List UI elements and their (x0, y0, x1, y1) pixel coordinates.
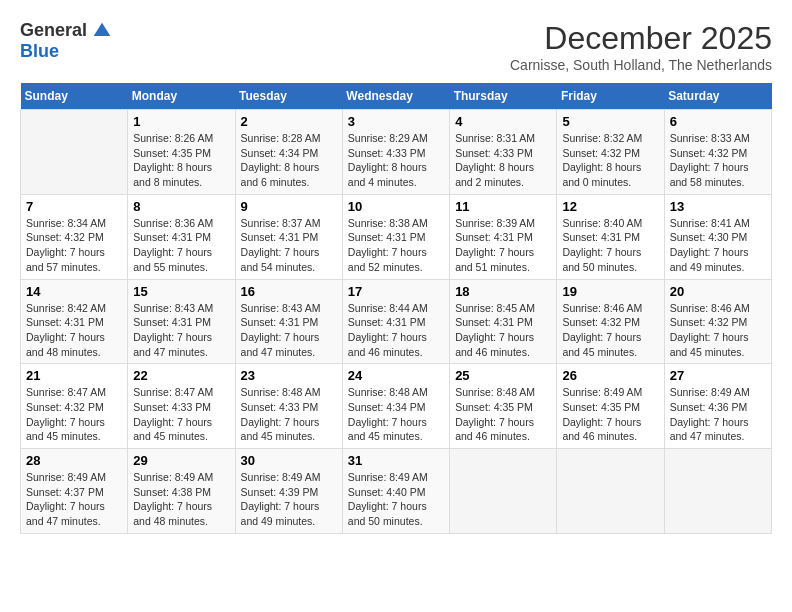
calendar-cell: 15Sunrise: 8:43 AMSunset: 4:31 PMDayligh… (128, 279, 235, 364)
day-number: 30 (241, 453, 337, 468)
day-number: 16 (241, 284, 337, 299)
day-number: 24 (348, 368, 444, 383)
day-number: 19 (562, 284, 658, 299)
day-number: 11 (455, 199, 551, 214)
calendar-cell: 18Sunrise: 8:45 AMSunset: 4:31 PMDayligh… (450, 279, 557, 364)
calendar-cell: 22Sunrise: 8:47 AMSunset: 4:33 PMDayligh… (128, 364, 235, 449)
calendar-week-3: 14Sunrise: 8:42 AMSunset: 4:31 PMDayligh… (21, 279, 772, 364)
day-number: 23 (241, 368, 337, 383)
calendar-cell (21, 110, 128, 195)
day-number: 3 (348, 114, 444, 129)
calendar-cell: 31Sunrise: 8:49 AMSunset: 4:40 PMDayligh… (342, 449, 449, 534)
calendar-cell: 9Sunrise: 8:37 AMSunset: 4:31 PMDaylight… (235, 194, 342, 279)
calendar-week-4: 21Sunrise: 8:47 AMSunset: 4:32 PMDayligh… (21, 364, 772, 449)
day-info: Sunrise: 8:48 AMSunset: 4:35 PMDaylight:… (455, 385, 551, 444)
calendar-cell: 10Sunrise: 8:38 AMSunset: 4:31 PMDayligh… (342, 194, 449, 279)
day-info: Sunrise: 8:49 AMSunset: 4:39 PMDaylight:… (241, 470, 337, 529)
logo-icon (92, 21, 112, 41)
day-number: 13 (670, 199, 766, 214)
day-info: Sunrise: 8:48 AMSunset: 4:33 PMDaylight:… (241, 385, 337, 444)
calendar-cell: 30Sunrise: 8:49 AMSunset: 4:39 PMDayligh… (235, 449, 342, 534)
day-info: Sunrise: 8:49 AMSunset: 4:35 PMDaylight:… (562, 385, 658, 444)
day-info: Sunrise: 8:42 AMSunset: 4:31 PMDaylight:… (26, 301, 122, 360)
calendar-cell: 4Sunrise: 8:31 AMSunset: 4:33 PMDaylight… (450, 110, 557, 195)
header-saturday: Saturday (664, 83, 771, 110)
header-monday: Monday (128, 83, 235, 110)
calendar-cell (557, 449, 664, 534)
day-info: Sunrise: 8:46 AMSunset: 4:32 PMDaylight:… (670, 301, 766, 360)
day-info: Sunrise: 8:36 AMSunset: 4:31 PMDaylight:… (133, 216, 229, 275)
title-area: December 2025 Carnisse, South Holland, T… (510, 20, 772, 73)
day-number: 17 (348, 284, 444, 299)
day-number: 22 (133, 368, 229, 383)
calendar-cell: 5Sunrise: 8:32 AMSunset: 4:32 PMDaylight… (557, 110, 664, 195)
day-info: Sunrise: 8:49 AMSunset: 4:38 PMDaylight:… (133, 470, 229, 529)
day-info: Sunrise: 8:33 AMSunset: 4:32 PMDaylight:… (670, 131, 766, 190)
logo-general-text: General (20, 20, 87, 41)
calendar-cell: 23Sunrise: 8:48 AMSunset: 4:33 PMDayligh… (235, 364, 342, 449)
day-number: 8 (133, 199, 229, 214)
calendar-cell: 28Sunrise: 8:49 AMSunset: 4:37 PMDayligh… (21, 449, 128, 534)
day-number: 15 (133, 284, 229, 299)
calendar-cell: 1Sunrise: 8:26 AMSunset: 4:35 PMDaylight… (128, 110, 235, 195)
header-thursday: Thursday (450, 83, 557, 110)
day-number: 2 (241, 114, 337, 129)
day-info: Sunrise: 8:48 AMSunset: 4:34 PMDaylight:… (348, 385, 444, 444)
day-info: Sunrise: 8:47 AMSunset: 4:33 PMDaylight:… (133, 385, 229, 444)
day-info: Sunrise: 8:34 AMSunset: 4:32 PMDaylight:… (26, 216, 122, 275)
logo: General Blue (20, 20, 112, 62)
svg-marker-0 (94, 22, 111, 35)
day-info: Sunrise: 8:32 AMSunset: 4:32 PMDaylight:… (562, 131, 658, 190)
calendar-cell (664, 449, 771, 534)
calendar-week-5: 28Sunrise: 8:49 AMSunset: 4:37 PMDayligh… (21, 449, 772, 534)
day-info: Sunrise: 8:31 AMSunset: 4:33 PMDaylight:… (455, 131, 551, 190)
calendar-cell: 17Sunrise: 8:44 AMSunset: 4:31 PMDayligh… (342, 279, 449, 364)
month-title: December 2025 (510, 20, 772, 57)
page-header: General Blue December 2025 Carnisse, Sou… (20, 20, 772, 73)
calendar-week-2: 7Sunrise: 8:34 AMSunset: 4:32 PMDaylight… (21, 194, 772, 279)
header-tuesday: Tuesday (235, 83, 342, 110)
day-info: Sunrise: 8:44 AMSunset: 4:31 PMDaylight:… (348, 301, 444, 360)
header-wednesday: Wednesday (342, 83, 449, 110)
calendar-cell: 12Sunrise: 8:40 AMSunset: 4:31 PMDayligh… (557, 194, 664, 279)
day-number: 5 (562, 114, 658, 129)
day-info: Sunrise: 8:37 AMSunset: 4:31 PMDaylight:… (241, 216, 337, 275)
day-number: 7 (26, 199, 122, 214)
day-number: 10 (348, 199, 444, 214)
header-sunday: Sunday (21, 83, 128, 110)
calendar-cell: 27Sunrise: 8:49 AMSunset: 4:36 PMDayligh… (664, 364, 771, 449)
day-info: Sunrise: 8:49 AMSunset: 4:40 PMDaylight:… (348, 470, 444, 529)
day-info: Sunrise: 8:43 AMSunset: 4:31 PMDaylight:… (133, 301, 229, 360)
header-friday: Friday (557, 83, 664, 110)
day-number: 14 (26, 284, 122, 299)
calendar-cell: 29Sunrise: 8:49 AMSunset: 4:38 PMDayligh… (128, 449, 235, 534)
day-info: Sunrise: 8:45 AMSunset: 4:31 PMDaylight:… (455, 301, 551, 360)
calendar-cell: 21Sunrise: 8:47 AMSunset: 4:32 PMDayligh… (21, 364, 128, 449)
calendar-cell (450, 449, 557, 534)
calendar-cell: 20Sunrise: 8:46 AMSunset: 4:32 PMDayligh… (664, 279, 771, 364)
calendar-body: 1Sunrise: 8:26 AMSunset: 4:35 PMDaylight… (21, 110, 772, 534)
calendar-cell: 7Sunrise: 8:34 AMSunset: 4:32 PMDaylight… (21, 194, 128, 279)
day-number: 27 (670, 368, 766, 383)
day-number: 29 (133, 453, 229, 468)
calendar-cell: 11Sunrise: 8:39 AMSunset: 4:31 PMDayligh… (450, 194, 557, 279)
day-number: 6 (670, 114, 766, 129)
calendar-cell: 24Sunrise: 8:48 AMSunset: 4:34 PMDayligh… (342, 364, 449, 449)
day-info: Sunrise: 8:38 AMSunset: 4:31 PMDaylight:… (348, 216, 444, 275)
day-info: Sunrise: 8:49 AMSunset: 4:36 PMDaylight:… (670, 385, 766, 444)
day-info: Sunrise: 8:40 AMSunset: 4:31 PMDaylight:… (562, 216, 658, 275)
day-number: 20 (670, 284, 766, 299)
day-info: Sunrise: 8:43 AMSunset: 4:31 PMDaylight:… (241, 301, 337, 360)
day-number: 18 (455, 284, 551, 299)
calendar-week-1: 1Sunrise: 8:26 AMSunset: 4:35 PMDaylight… (21, 110, 772, 195)
day-number: 28 (26, 453, 122, 468)
day-info: Sunrise: 8:29 AMSunset: 4:33 PMDaylight:… (348, 131, 444, 190)
calendar-header: SundayMondayTuesdayWednesdayThursdayFrid… (21, 83, 772, 110)
day-info: Sunrise: 8:47 AMSunset: 4:32 PMDaylight:… (26, 385, 122, 444)
day-info: Sunrise: 8:26 AMSunset: 4:35 PMDaylight:… (133, 131, 229, 190)
calendar-cell: 25Sunrise: 8:48 AMSunset: 4:35 PMDayligh… (450, 364, 557, 449)
day-number: 26 (562, 368, 658, 383)
calendar-cell: 8Sunrise: 8:36 AMSunset: 4:31 PMDaylight… (128, 194, 235, 279)
day-number: 31 (348, 453, 444, 468)
day-number: 9 (241, 199, 337, 214)
